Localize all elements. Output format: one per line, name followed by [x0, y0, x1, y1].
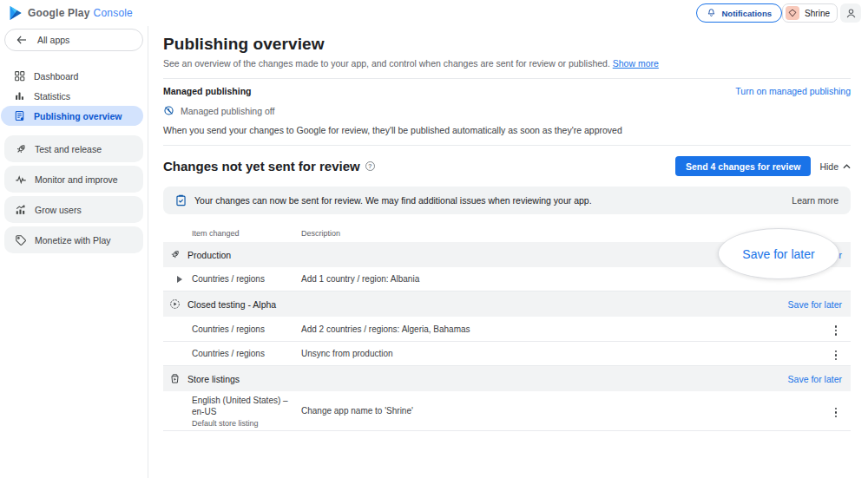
save-for-later-link[interactable]: Save for later [788, 374, 842, 384]
closed-testing-icon [169, 298, 181, 310]
app-switcher-chip[interactable]: Shrine [782, 3, 838, 23]
divider [163, 145, 851, 146]
notifications-label: Notifications [721, 9, 772, 18]
sidebar-item-dashboard[interactable]: Dashboard [0, 66, 143, 86]
bell-icon [707, 8, 716, 18]
description-cell: Add 1 country / region: Albania [301, 274, 755, 284]
review-info-banner: Your changes can now be sent for review.… [163, 187, 851, 214]
hide-label: Hide [819, 161, 838, 172]
item-changed-cell: English (United States) – en-US [192, 395, 301, 417]
hide-toggle[interactable]: Hide [819, 161, 851, 172]
storefront-icon [169, 373, 181, 384]
pulse-icon [14, 174, 27, 186]
sidebar-item-label: Monetize with Play [35, 235, 111, 246]
send-changes-button[interactable]: Send 4 changes for review [675, 156, 811, 176]
changes-section-title: Changes not yet sent for review [163, 159, 360, 174]
magnifier-overlay: Save for later [718, 228, 839, 279]
sidebar-item-test-and-release[interactable]: Test and release [4, 135, 143, 162]
group-label: Closed testing - Alpha [187, 299, 276, 310]
column-description: Description [301, 229, 340, 238]
group-row-closed-testing-alpha[interactable]: Closed testing - Alpha Save for later [163, 291, 851, 317]
managed-publishing-note: When you send your changes to Google for… [163, 125, 851, 135]
expand-row-icon[interactable] [177, 276, 182, 283]
managed-publishing-off-icon [163, 105, 174, 116]
description-cell: Change app name to 'Shrine' [301, 406, 755, 416]
sidebar-item-label: Test and release [35, 144, 102, 154]
rocket-icon [169, 249, 181, 260]
sidebar-item-publishing-overview[interactable]: Publishing overview [1, 106, 143, 126]
item-changed-cell: Countries / regions [192, 324, 265, 334]
divider [163, 78, 851, 79]
account-avatar-button[interactable] [840, 3, 861, 23]
logo-google-play-text: Google Play [28, 7, 90, 19]
sidebar-item-monetize-with-play[interactable]: Monetize with Play [4, 226, 143, 253]
person-icon [845, 8, 857, 19]
all-apps-back-button[interactable]: All apps [4, 29, 143, 51]
banner-text: Your changes can now be sent for review.… [194, 195, 592, 206]
row-store-listing-en-us: English (United States) – en-US Default … [163, 391, 851, 431]
sidebar-nav: Dashboard Statistics Publishing overview [0, 66, 148, 126]
column-item-changed: Item changed [192, 229, 240, 238]
group-label: Production [187, 250, 231, 260]
tag-icon [14, 234, 27, 246]
sidebar-item-label: Publishing overview [34, 111, 122, 121]
clipboard-icon [175, 194, 187, 206]
sidebar-item-label: Monitor and improve [35, 174, 118, 185]
main-content: Publishing overview See an overview of t… [163, 26, 851, 431]
row-menu-kebab-icon[interactable] [832, 323, 841, 338]
statistics-icon [13, 90, 26, 101]
default-store-listing-label: Default store listing [192, 419, 301, 428]
sidebar-item-statistics[interactable]: Statistics [0, 86, 143, 106]
group-label: Store listings [187, 374, 240, 384]
shrine-app-icon [786, 6, 799, 20]
magnified-save-for-later-text: Save for later [742, 247, 814, 261]
logo-console-text: Console [94, 7, 133, 19]
item-changed-cell: Countries / regions [192, 274, 265, 284]
dashboard-icon [13, 70, 26, 82]
rocket-icon [14, 143, 27, 155]
sidebar-item-label: Statistics [34, 91, 70, 101]
description-cell: Add 2 countries / regions: Algeria, Baha… [301, 324, 755, 334]
chevron-up-icon [843, 164, 851, 169]
help-icon[interactable]: ? [365, 161, 375, 171]
back-arrow-icon [16, 36, 27, 44]
growth-icon [14, 204, 27, 216]
learn-more-link[interactable]: Learn more [792, 195, 838, 206]
play-logo-icon [9, 5, 23, 21]
turn-on-managed-publishing-link[interactable]: Turn on managed publishing [735, 86, 851, 96]
app-chip-label: Shrine [805, 9, 830, 18]
sidebar-item-label: Grow users [35, 205, 82, 215]
sidebar-item-label: Dashboard [34, 71, 78, 82]
item-changed-cell: Countries / regions [192, 349, 265, 358]
description-cell: Unsync from production [301, 349, 755, 358]
row-menu-kebab-icon[interactable] [832, 405, 841, 421]
sidebar-groups: Test and release Monitor and improve Gro… [0, 135, 148, 253]
page-description: See an overview of the changes made to y… [163, 58, 851, 69]
sidebar-item-monitor-and-improve[interactable]: Monitor and improve [4, 166, 143, 193]
notifications-button[interactable]: Notifications [696, 3, 782, 23]
google-play-console-logo[interactable]: Google Play Console [9, 0, 133, 26]
sidebar-item-grow-users[interactable]: Grow users [4, 196, 143, 223]
publishing-overview-icon [13, 110, 26, 121]
save-for-later-link[interactable]: Save for later [788, 299, 842, 310]
managed-publishing-heading: Managed publishing [163, 86, 252, 96]
managed-publishing-status: Managed publishing off [181, 106, 274, 116]
sidebar: All apps Dashboard Statistics [0, 26, 148, 478]
row-menu-kebab-icon[interactable] [832, 348, 841, 363]
top-bar: Google Play Console Notifications Shrine [0, 0, 868, 26]
show-more-link[interactable]: Show more [613, 58, 659, 69]
group-row-store-listings[interactable]: Store listings Save for later [163, 366, 851, 391]
page-title: Publishing overview [163, 34, 851, 54]
all-apps-label: All apps [37, 35, 69, 45]
row-alpha-countries-add: Countries / regions Add 2 countries / re… [163, 317, 851, 342]
row-alpha-countries-unsync: Countries / regions Unsync from producti… [163, 342, 851, 366]
